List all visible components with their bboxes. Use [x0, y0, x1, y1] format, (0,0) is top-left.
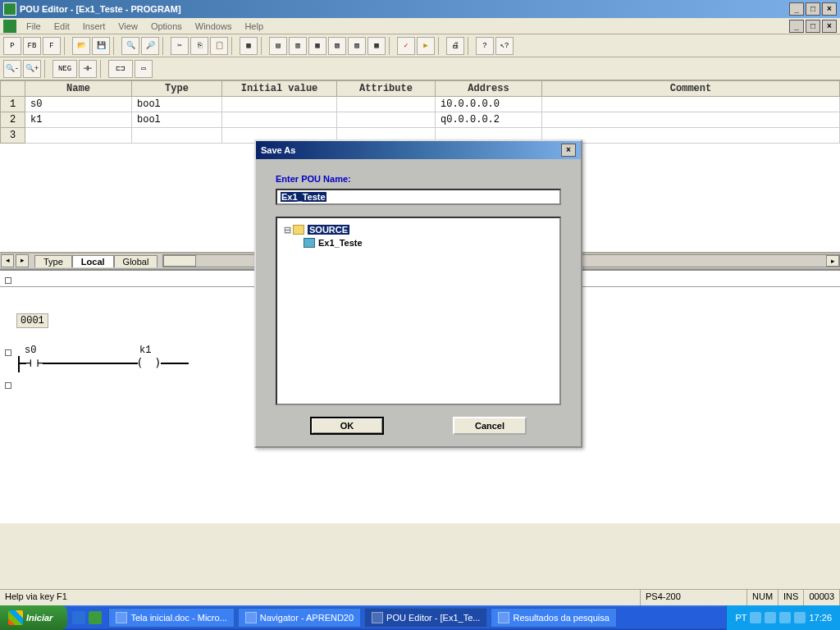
close-button[interactable]: ×	[822, 2, 837, 16]
status-num: NUM	[747, 590, 778, 605]
save-as-dialog: Save As × Enter POU Name: Ex1_Teste ⊟ SO…	[254, 139, 582, 448]
dialog-titlebar[interactable]: Save As ×	[256, 141, 581, 159]
tab-nav-first[interactable]: ◂	[1, 254, 14, 267]
col-attr[interactable]: Attribute	[337, 81, 436, 97]
status-device: PS4-200	[641, 590, 747, 605]
start-button[interactable]: Iniciar	[0, 605, 67, 630]
tab-local[interactable]: Local	[72, 255, 114, 267]
tb-open[interactable]: 📂	[72, 37, 90, 55]
menubar: File Edit Insert View Options Windows He…	[0, 18, 840, 34]
tb-view1[interactable]: ▤	[269, 37, 287, 55]
tray-icon[interactable]	[765, 612, 776, 623]
menu-windows[interactable]: Windows	[189, 20, 239, 33]
wire	[161, 363, 189, 364]
toolbar-ladder: 🔍- 🔍+ NEG ⊣⊢ ⊏⊐ ▭	[0, 57, 840, 80]
tray-icon[interactable]	[750, 612, 761, 623]
tb-box[interactable]: ▭	[135, 60, 153, 78]
taskbar-item[interactable]: Resultados da pesquisa	[491, 608, 616, 628]
main-titlebar: POU Editor - [Ex1_Teste - PROGRAM] _ □ ×	[0, 0, 840, 18]
tree-child[interactable]: Ex1_Teste	[284, 236, 553, 249]
ie-icon[interactable]	[72, 611, 85, 624]
tb-neg[interactable]: NEG	[52, 60, 77, 78]
maximize-button[interactable]: □	[806, 2, 820, 16]
tb-view2[interactable]: ▥	[289, 37, 307, 55]
toolbar-main: P FB F 📂 💾 🔍 🔎 ✂ ⎘ 📋 ▦ ▤ ▥ ▦ ▧ ▨ ▩ ✓ ▶ 🖨…	[0, 34, 840, 57]
tb-view6[interactable]: ▩	[368, 37, 386, 55]
tb-check[interactable]: ✓	[397, 37, 415, 55]
menu-edit[interactable]: Edit	[48, 20, 76, 33]
minimize-button[interactable]: _	[789, 2, 804, 16]
table-row[interactable]: 2 k1 bool q0.0.0.0.2	[1, 112, 840, 128]
tb-zoomout[interactable]: 🔍-	[3, 60, 21, 78]
contact-symbol-icon[interactable]: ⊣ ⊢	[25, 356, 43, 369]
tb-view3[interactable]: ▦	[308, 37, 326, 55]
menu-file[interactable]: File	[20, 20, 48, 33]
tb-help[interactable]: ?	[476, 37, 494, 55]
scroll-right-icon[interactable]: ▸	[826, 255, 839, 267]
menu-insert[interactable]: Insert	[76, 20, 112, 33]
tb-cut[interactable]: ✂	[171, 37, 189, 55]
tb-find[interactable]: 🔍	[121, 37, 139, 55]
col-comment[interactable]: Comment	[542, 81, 840, 97]
tb-whatsthis[interactable]: ↖?	[495, 37, 514, 55]
tab-type[interactable]: Type	[34, 255, 72, 267]
tb-grid1[interactable]: ▦	[240, 37, 258, 55]
tb-print[interactable]: 🖨	[446, 37, 464, 55]
cancel-button[interactable]: Cancel	[453, 417, 527, 435]
child-maximize-button[interactable]: □	[806, 20, 820, 33]
table-row[interactable]: 1 s0 bool i0.0.0.0.0	[1, 97, 840, 112]
taskbar-item-active[interactable]: POU Editor - [Ex1_Te...	[364, 608, 487, 628]
tb-view5[interactable]: ▨	[348, 37, 366, 55]
tb-copy[interactable]: ⎘	[190, 37, 208, 55]
tb-f[interactable]: F	[43, 37, 61, 55]
dialog-tree[interactable]: ⊟ SOURCE Ex1_Teste	[276, 217, 561, 405]
tb-fb[interactable]: FB	[23, 37, 41, 55]
app-icon	[3, 2, 16, 16]
tray-clock[interactable]: 17:26	[809, 613, 832, 623]
contact-label-s0: s0	[25, 345, 36, 356]
tab-nav-prev[interactable]: ▸	[16, 254, 29, 267]
pou-icon	[372, 612, 383, 623]
col-addr[interactable]: Address	[436, 81, 542, 97]
menu-view[interactable]: View	[112, 20, 144, 33]
dialog-close-button[interactable]: ×	[561, 144, 576, 157]
scroll-thumb[interactable]	[163, 255, 196, 267]
tb-view4[interactable]: ▧	[328, 37, 346, 55]
title-text: POU Editor - [Ex1_Teste - PROGRAM]	[20, 4, 181, 14]
word-icon	[116, 612, 127, 623]
menu-options[interactable]: Options	[144, 20, 189, 33]
dialog-prompt-label: Enter POU Name:	[276, 174, 561, 184]
variable-table[interactable]: Name Type Initial value Attribute Addres…	[0, 80, 840, 144]
tb-save[interactable]: 💾	[92, 37, 110, 55]
ok-button[interactable]: OK	[310, 417, 384, 435]
taskbar-item[interactable]: Tela inicial.doc - Micro...	[108, 608, 234, 628]
tb-find2[interactable]: 🔎	[141, 37, 159, 55]
tray-icon[interactable]	[779, 612, 791, 623]
col-name[interactable]: Name	[25, 81, 132, 97]
search-icon	[498, 612, 509, 623]
quick-launch	[67, 611, 107, 624]
tb-zoomin[interactable]: 🔍+	[23, 60, 41, 78]
taskbar-item[interactable]: Navigator - APREND20	[238, 608, 361, 628]
pou-name-input[interactable]: Ex1_Teste	[276, 189, 561, 205]
tb-contact[interactable]: ⊣⊢	[79, 60, 97, 78]
menu-help[interactable]: Help	[238, 20, 270, 33]
tb-p[interactable]: P	[3, 37, 21, 55]
tb-run[interactable]: ▶	[417, 37, 435, 55]
tray-lang[interactable]: PT	[735, 613, 746, 623]
coil-symbol-icon[interactable]: ( )	[136, 356, 161, 369]
tb-paste[interactable]: 📋	[210, 37, 228, 55]
system-tray[interactable]: PT 17:26	[726, 605, 840, 630]
tb-coil[interactable]: ⊏⊐	[108, 60, 133, 78]
col-initial[interactable]: Initial value	[222, 81, 337, 97]
ladder-marker2-icon	[5, 349, 11, 356]
desktop-icon[interactable]	[89, 611, 102, 624]
wire	[43, 363, 138, 364]
child-minimize-button[interactable]: _	[789, 20, 804, 33]
tray-icon[interactable]	[794, 612, 806, 623]
child-close-button[interactable]: ×	[822, 20, 837, 33]
tab-global[interactable]: Global	[114, 255, 158, 267]
tree-root[interactable]: ⊟ SOURCE	[284, 223, 553, 236]
ladder-marker3-icon	[5, 382, 11, 389]
col-type[interactable]: Type	[132, 81, 222, 97]
